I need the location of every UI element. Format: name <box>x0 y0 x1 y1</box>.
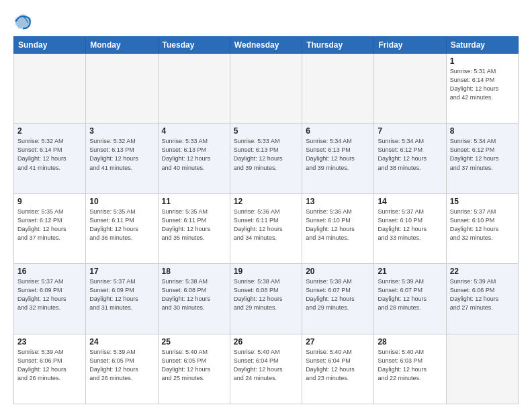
weekday-header-tuesday: Tuesday <box>158 37 230 54</box>
logo <box>13 12 35 31</box>
calendar-cell: 25Sunrise: 5:40 AM Sunset: 6:05 PM Dayli… <box>158 334 230 404</box>
day-number: 20 <box>306 267 370 276</box>
calendar-cell <box>374 54 446 124</box>
day-info: Sunrise: 5:40 AM Sunset: 6:03 PM Dayligh… <box>378 348 442 383</box>
weekday-header-wednesday: Wednesday <box>230 37 302 54</box>
weekday-header-monday: Monday <box>86 37 158 54</box>
day-number: 10 <box>89 197 154 206</box>
day-info: Sunrise: 5:37 AM Sunset: 6:10 PM Dayligh… <box>378 208 442 242</box>
day-info: Sunrise: 5:32 AM Sunset: 6:13 PM Dayligh… <box>89 137 154 172</box>
calendar-cell: 18Sunrise: 5:38 AM Sunset: 6:08 PM Dayli… <box>158 264 230 334</box>
calendar-week-row: 16Sunrise: 5:37 AM Sunset: 6:09 PM Dayli… <box>14 264 519 334</box>
day-number: 25 <box>162 337 226 347</box>
calendar-week-row: 1Sunrise: 5:31 AM Sunset: 6:14 PM Daylig… <box>14 54 519 124</box>
day-info: Sunrise: 5:37 AM Sunset: 6:09 PM Dayligh… <box>17 277 82 312</box>
day-info: Sunrise: 5:36 AM Sunset: 6:10 PM Dayligh… <box>306 208 370 242</box>
calendar-cell: 14Sunrise: 5:37 AM Sunset: 6:10 PM Dayli… <box>374 193 446 263</box>
day-info: Sunrise: 5:37 AM Sunset: 6:09 PM Dayligh… <box>89 277 154 312</box>
day-number: 3 <box>89 126 154 136</box>
page: SundayMondayTuesdayWednesdayThursdayFrid… <box>0 0 532 411</box>
day-info: Sunrise: 5:35 AM Sunset: 6:12 PM Dayligh… <box>17 208 82 242</box>
calendar-week-row: 9Sunrise: 5:35 AM Sunset: 6:12 PM Daylig… <box>14 193 519 263</box>
day-number: 27 <box>306 337 370 347</box>
calendar-cell: 21Sunrise: 5:39 AM Sunset: 6:07 PM Dayli… <box>374 264 446 334</box>
calendar-cell: 23Sunrise: 5:39 AM Sunset: 6:06 PM Dayli… <box>14 334 86 404</box>
calendar-cell: 7Sunrise: 5:34 AM Sunset: 6:12 PM Daylig… <box>374 124 446 193</box>
day-info: Sunrise: 5:32 AM Sunset: 6:14 PM Dayligh… <box>17 137 82 172</box>
calendar-cell: 17Sunrise: 5:37 AM Sunset: 6:09 PM Dayli… <box>86 264 158 334</box>
calendar-cell: 5Sunrise: 5:33 AM Sunset: 6:13 PM Daylig… <box>230 124 302 193</box>
calendar-cell <box>86 54 158 124</box>
day-info: Sunrise: 5:40 AM Sunset: 6:04 PM Dayligh… <box>306 348 370 383</box>
day-info: Sunrise: 5:33 AM Sunset: 6:13 PM Dayligh… <box>234 137 298 172</box>
calendar-cell: 6Sunrise: 5:34 AM Sunset: 6:13 PM Daylig… <box>302 124 374 193</box>
day-number: 22 <box>450 267 515 276</box>
calendar-cell: 28Sunrise: 5:40 AM Sunset: 6:03 PM Dayli… <box>374 334 446 404</box>
calendar-cell <box>14 54 86 124</box>
calendar-cell: 11Sunrise: 5:35 AM Sunset: 6:11 PM Dayli… <box>158 193 230 263</box>
day-number: 5 <box>234 126 298 136</box>
day-info: Sunrise: 5:39 AM Sunset: 6:07 PM Dayligh… <box>378 277 442 312</box>
day-number: 7 <box>378 126 442 136</box>
calendar-cell: 27Sunrise: 5:40 AM Sunset: 6:04 PM Dayli… <box>302 334 374 404</box>
day-number: 9 <box>17 197 82 206</box>
calendar-cell: 24Sunrise: 5:39 AM Sunset: 6:05 PM Dayli… <box>86 334 158 404</box>
header <box>13 12 519 31</box>
day-number: 12 <box>234 197 298 206</box>
day-number: 21 <box>378 267 442 276</box>
day-number: 13 <box>306 197 370 206</box>
calendar-cell <box>446 334 518 404</box>
calendar-cell: 16Sunrise: 5:37 AM Sunset: 6:09 PM Dayli… <box>14 264 86 334</box>
calendar-cell: 1Sunrise: 5:31 AM Sunset: 6:14 PM Daylig… <box>446 54 518 124</box>
calendar-cell: 15Sunrise: 5:37 AM Sunset: 6:10 PM Dayli… <box>446 193 518 263</box>
day-info: Sunrise: 5:38 AM Sunset: 6:07 PM Dayligh… <box>306 277 370 312</box>
day-number: 23 <box>17 337 82 347</box>
day-info: Sunrise: 5:39 AM Sunset: 6:06 PM Dayligh… <box>450 277 515 312</box>
day-info: Sunrise: 5:33 AM Sunset: 6:13 PM Dayligh… <box>162 137 226 172</box>
day-number: 15 <box>450 197 515 206</box>
day-number: 16 <box>17 267 82 276</box>
weekday-header-thursday: Thursday <box>302 37 374 54</box>
calendar-cell: 2Sunrise: 5:32 AM Sunset: 6:14 PM Daylig… <box>14 124 86 193</box>
day-info: Sunrise: 5:38 AM Sunset: 6:08 PM Dayligh… <box>162 277 226 312</box>
calendar-cell <box>158 54 230 124</box>
day-number: 17 <box>89 267 154 276</box>
day-info: Sunrise: 5:31 AM Sunset: 6:14 PM Dayligh… <box>450 67 515 102</box>
weekday-header-saturday: Saturday <box>446 37 518 54</box>
day-info: Sunrise: 5:39 AM Sunset: 6:06 PM Dayligh… <box>17 348 82 383</box>
calendar-cell: 8Sunrise: 5:34 AM Sunset: 6:12 PM Daylig… <box>446 124 518 193</box>
day-info: Sunrise: 5:36 AM Sunset: 6:11 PM Dayligh… <box>234 208 298 242</box>
calendar-cell: 22Sunrise: 5:39 AM Sunset: 6:06 PM Dayli… <box>446 264 518 334</box>
day-info: Sunrise: 5:38 AM Sunset: 6:08 PM Dayligh… <box>234 277 298 312</box>
day-info: Sunrise: 5:39 AM Sunset: 6:05 PM Dayligh… <box>89 348 154 383</box>
day-info: Sunrise: 5:37 AM Sunset: 6:10 PM Dayligh… <box>450 208 515 242</box>
calendar-cell: 10Sunrise: 5:35 AM Sunset: 6:11 PM Dayli… <box>86 193 158 263</box>
calendar-table: SundayMondayTuesdayWednesdayThursdayFrid… <box>13 36 519 404</box>
calendar-header-row: SundayMondayTuesdayWednesdayThursdayFrid… <box>14 37 519 54</box>
day-info: Sunrise: 5:34 AM Sunset: 6:12 PM Dayligh… <box>378 137 442 172</box>
day-number: 19 <box>234 267 298 276</box>
calendar-cell: 12Sunrise: 5:36 AM Sunset: 6:11 PM Dayli… <box>230 193 302 263</box>
day-info: Sunrise: 5:40 AM Sunset: 6:05 PM Dayligh… <box>162 348 226 383</box>
day-number: 18 <box>162 267 226 276</box>
day-number: 24 <box>89 337 154 347</box>
logo-icon <box>13 12 32 31</box>
calendar-cell: 9Sunrise: 5:35 AM Sunset: 6:12 PM Daylig… <box>14 193 86 263</box>
calendar-cell <box>302 54 374 124</box>
calendar-cell: 26Sunrise: 5:40 AM Sunset: 6:04 PM Dayli… <box>230 334 302 404</box>
day-number: 11 <box>162 197 226 206</box>
calendar-cell: 4Sunrise: 5:33 AM Sunset: 6:13 PM Daylig… <box>158 124 230 193</box>
day-number: 28 <box>378 337 442 347</box>
day-number: 8 <box>450 126 515 136</box>
calendar-cell: 13Sunrise: 5:36 AM Sunset: 6:10 PM Dayli… <box>302 193 374 263</box>
calendar-cell: 3Sunrise: 5:32 AM Sunset: 6:13 PM Daylig… <box>86 124 158 193</box>
day-number: 14 <box>378 197 442 206</box>
calendar-cell: 20Sunrise: 5:38 AM Sunset: 6:07 PM Dayli… <box>302 264 374 334</box>
day-info: Sunrise: 5:34 AM Sunset: 6:12 PM Dayligh… <box>450 137 515 172</box>
weekday-header-friday: Friday <box>374 37 446 54</box>
calendar-week-row: 23Sunrise: 5:39 AM Sunset: 6:06 PM Dayli… <box>14 334 519 404</box>
day-number: 4 <box>162 126 226 136</box>
calendar-week-row: 2Sunrise: 5:32 AM Sunset: 6:14 PM Daylig… <box>14 124 519 193</box>
day-number: 26 <box>234 337 298 347</box>
day-info: Sunrise: 5:35 AM Sunset: 6:11 PM Dayligh… <box>162 208 226 242</box>
